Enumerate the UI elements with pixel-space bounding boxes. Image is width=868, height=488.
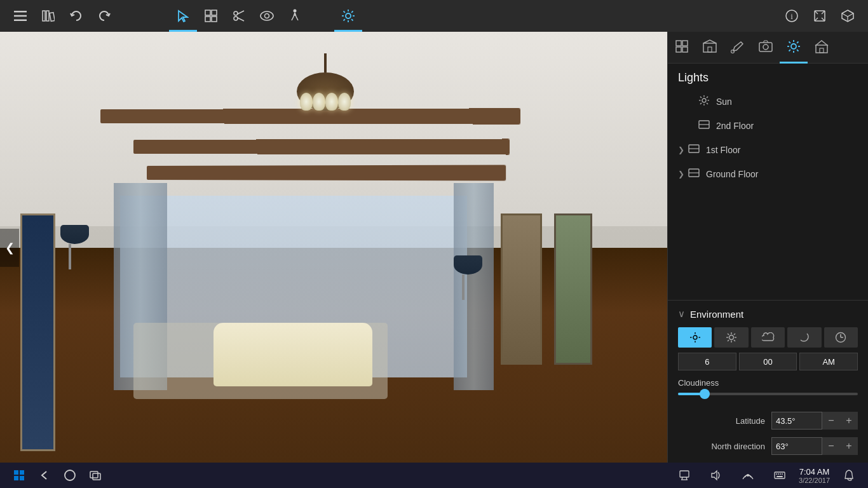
day-preset-btn[interactable]: [678, 327, 712, 348]
svg-line-25: [344, 19, 345, 20]
taskbar: 7:04 AM 3/22/2017: [0, 463, 868, 488]
viewport[interactable]: ❮: [0, 32, 667, 464]
sun-light-item[interactable]: Sun: [668, 90, 868, 114]
objects-icon[interactable]: [197, 0, 225, 32]
lamp-left: [60, 225, 79, 269]
latitude-plus-btn[interactable]: +: [840, 412, 858, 430]
fullscreen-icon[interactable]: [806, 0, 834, 32]
latitude-label: Latitude: [678, 416, 765, 426]
environment-chevron: ∨: [678, 308, 685, 320]
sun-item-label: Sun: [716, 97, 732, 107]
north-direction-plus-btn[interactable]: +: [840, 437, 858, 455]
north-direction-input[interactable]: [771, 437, 822, 455]
notification-icon[interactable]: [836, 463, 862, 488]
svg-line-13: [237, 18, 244, 22]
svg-rect-48: [820, 48, 824, 53]
time-hour[interactable]: 6: [678, 353, 736, 370]
svg-rect-36: [759, 43, 772, 51]
system-tray-icon-1[interactable]: [672, 463, 697, 488]
home-button[interactable]: [57, 463, 83, 488]
sunny-preset-btn[interactable]: [714, 327, 748, 348]
redo-icon[interactable]: [90, 0, 118, 32]
sofa-cream: [214, 323, 372, 386]
cloudiness-slider[interactable]: [678, 393, 858, 395]
camera-panel-tab[interactable]: [752, 32, 780, 64]
cloudiness-slider-thumb[interactable]: [700, 389, 710, 399]
1st-floor-light-item[interactable]: ❯ 1st Floor: [668, 138, 868, 162]
scissors-icon[interactable]: [225, 0, 253, 32]
svg-rect-47: [816, 45, 827, 53]
north-direction-label: North direction: [678, 442, 765, 451]
cloudiness-label: Cloudiness: [678, 378, 858, 388]
eye-icon[interactable]: [253, 0, 281, 32]
start-button[interactable]: [6, 463, 32, 488]
3d-icon[interactable]: [834, 0, 862, 32]
ground-floor-expand-arrow[interactable]: ❯: [678, 170, 684, 179]
lamp-left-stand: [69, 244, 71, 269]
keyboard-icon[interactable]: [767, 463, 792, 488]
left-arrow-icon: ❮: [5, 241, 15, 255]
clock-preset-btn[interactable]: [824, 327, 858, 348]
volume-icon[interactable]: [703, 463, 729, 488]
paint-panel-tab[interactable]: [724, 32, 752, 64]
multitask-button[interactable]: [83, 463, 108, 488]
night-preset-btn[interactable]: [787, 327, 821, 348]
artwork-left: [20, 214, 55, 451]
network-icon[interactable]: [735, 463, 761, 488]
latitude-row: Latitude − +: [668, 408, 868, 433]
right-panel: Lights Sun 2nd Floor ❯ 1st Floor ❯ Groun…: [667, 32, 868, 464]
ground-floor-item-label: Ground Floor: [706, 169, 758, 179]
walk-icon[interactable]: [281, 0, 309, 32]
svg-rect-93: [775, 472, 785, 478]
env-time-buttons: [668, 327, 868, 353]
bulb-2: [313, 93, 325, 111]
latitude-minus-btn[interactable]: −: [822, 412, 840, 430]
2nd-floor-light-item[interactable]: 2nd Floor: [668, 114, 868, 138]
lamp-right: [454, 255, 473, 300]
environment-header[interactable]: ∨ Environment: [668, 301, 868, 327]
svg-rect-9: [212, 17, 217, 22]
svg-line-76: [734, 334, 735, 335]
house-panel-tab[interactable]: [808, 32, 836, 64]
lamp-right-stand: [462, 274, 465, 300]
undo-icon[interactable]: [62, 0, 90, 32]
time-ampm[interactable]: AM: [799, 353, 858, 370]
artwork-right-1: [501, 214, 542, 365]
svg-rect-8: [205, 17, 210, 22]
back-button[interactable]: [32, 463, 57, 488]
svg-rect-81: [14, 470, 18, 475]
svg-rect-82: [20, 470, 24, 475]
chandelier-body: [297, 72, 354, 111]
cloudy-preset-btn[interactable]: [751, 327, 785, 348]
svg-line-54: [700, 97, 702, 98]
1st-floor-expand-arrow[interactable]: ❯: [678, 146, 684, 154]
svg-rect-1: [14, 15, 27, 17]
svg-rect-34: [708, 47, 712, 52]
groundfloor-light-icon: [688, 167, 700, 181]
latitude-input[interactable]: [771, 412, 822, 430]
menu-icon[interactable]: [6, 0, 34, 32]
artwork-right-2: [554, 214, 592, 365]
north-direction-minus-btn[interactable]: −: [822, 437, 840, 455]
structure-panel-tab[interactable]: [696, 32, 724, 64]
ground-floor-light-item[interactable]: ❯ Ground Floor: [668, 162, 868, 186]
svg-line-55: [707, 103, 708, 104]
objects-panel-tab[interactable]: [668, 32, 696, 64]
clock-date: 3/22/2017: [799, 477, 830, 484]
clock: 7:04 AM 3/22/2017: [799, 467, 830, 484]
svg-rect-84: [20, 476, 24, 480]
taskbar-right: 7:04 AM 3/22/2017: [672, 463, 862, 488]
info-icon[interactable]: i: [778, 0, 806, 32]
svg-point-69: [729, 336, 734, 340]
svg-point-14: [261, 11, 273, 20]
svg-point-49: [702, 98, 706, 102]
svg-text:i: i: [790, 11, 793, 21]
svg-rect-33: [703, 43, 716, 52]
sun-toolbar-icon[interactable]: [334, 0, 362, 32]
select-icon[interactable]: [169, 0, 197, 32]
library-icon[interactable]: [34, 0, 62, 32]
lighting-panel-tab[interactable]: [780, 32, 808, 64]
svg-rect-32: [682, 47, 688, 52]
nav-arrow-left[interactable]: ❮: [0, 229, 19, 267]
time-minutes[interactable]: 00: [739, 353, 797, 370]
